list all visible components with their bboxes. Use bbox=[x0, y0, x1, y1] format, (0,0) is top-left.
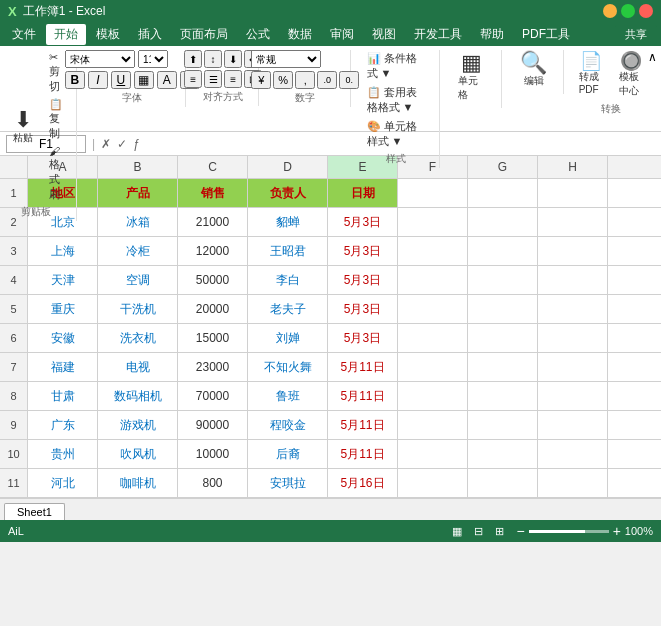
cell-e3[interactable]: 5月3日 bbox=[328, 237, 398, 265]
cell-c7[interactable]: 23000 bbox=[178, 353, 248, 381]
cell-b1[interactable]: 产品 bbox=[98, 179, 178, 207]
cell-d8[interactable]: 鲁班 bbox=[248, 382, 328, 410]
cell-d3[interactable]: 王昭君 bbox=[248, 237, 328, 265]
cell-b10[interactable]: 吹风机 bbox=[98, 440, 178, 468]
cell-e5[interactable]: 5月3日 bbox=[328, 295, 398, 323]
align-left-button[interactable]: ≡ bbox=[184, 70, 202, 88]
cell-c11[interactable]: 800 bbox=[178, 469, 248, 497]
cell-h8[interactable] bbox=[538, 382, 608, 410]
cell-a7[interactable]: 福建 bbox=[28, 353, 98, 381]
number-format-select[interactable]: 常规 bbox=[251, 50, 321, 68]
cell-d11[interactable]: 安琪拉 bbox=[248, 469, 328, 497]
cell-h11[interactable] bbox=[538, 469, 608, 497]
menu-insert[interactable]: 插入 bbox=[130, 24, 170, 45]
cell-e11[interactable]: 5月16日 bbox=[328, 469, 398, 497]
border-button[interactable]: ▦ bbox=[134, 71, 154, 89]
cancel-formula-icon[interactable]: ✗ bbox=[101, 137, 111, 151]
cell-e2[interactable]: 5月3日 bbox=[328, 208, 398, 236]
cell-a8[interactable]: 甘肃 bbox=[28, 382, 98, 410]
font-size-select[interactable]: 11 bbox=[138, 50, 168, 68]
cell-d10[interactable]: 后裔 bbox=[248, 440, 328, 468]
cell-h3[interactable] bbox=[538, 237, 608, 265]
sheet-tab-1[interactable]: Sheet1 bbox=[4, 503, 65, 520]
col-header-c[interactable]: C bbox=[178, 156, 248, 178]
cell-e1[interactable]: 日期 bbox=[328, 179, 398, 207]
view-page-icon[interactable]: ⊞ bbox=[495, 525, 504, 538]
currency-button[interactable]: ¥ bbox=[251, 71, 271, 89]
cell-g3[interactable] bbox=[468, 237, 538, 265]
copy-button[interactable]: 📋 复制 bbox=[45, 97, 67, 142]
cell-f2[interactable] bbox=[398, 208, 468, 236]
row-header-5[interactable]: 5 bbox=[0, 295, 28, 323]
close-button[interactable] bbox=[639, 4, 653, 18]
col-header-h[interactable]: H bbox=[538, 156, 608, 178]
dec-decrease-button[interactable]: 0. bbox=[339, 71, 359, 89]
cell-g10[interactable] bbox=[468, 440, 538, 468]
ribbon-collapse-button[interactable]: ∧ bbox=[648, 50, 657, 64]
cell-g9[interactable] bbox=[468, 411, 538, 439]
edit-button[interactable]: 🔍 编辑 bbox=[514, 50, 553, 90]
row-header-8[interactable]: 8 bbox=[0, 382, 28, 410]
cell-c6[interactable]: 15000 bbox=[178, 324, 248, 352]
fill-color-button[interactable]: A bbox=[157, 71, 177, 89]
cell-g11[interactable] bbox=[468, 469, 538, 497]
cell-e7[interactable]: 5月11日 bbox=[328, 353, 398, 381]
menu-help[interactable]: 帮助 bbox=[472, 24, 512, 45]
cell-e6[interactable]: 5月3日 bbox=[328, 324, 398, 352]
cell-h10[interactable] bbox=[538, 440, 608, 468]
col-header-b[interactable]: B bbox=[98, 156, 178, 178]
cell-h6[interactable] bbox=[538, 324, 608, 352]
row-header-11[interactable]: 11 bbox=[0, 469, 28, 497]
table-format-button[interactable]: 📋 套用表格格式 ▼ bbox=[363, 84, 430, 116]
cell-d2[interactable]: 貂蝉 bbox=[248, 208, 328, 236]
align-top-button[interactable]: ⬆ bbox=[184, 50, 202, 68]
font-family-select[interactable]: 宋体 bbox=[65, 50, 135, 68]
row-header-3[interactable]: 3 bbox=[0, 237, 28, 265]
row-header-7[interactable]: 7 bbox=[0, 353, 28, 381]
cell-b3[interactable]: 冷柜 bbox=[98, 237, 178, 265]
view-layout-icon[interactable]: ⊟ bbox=[474, 525, 483, 538]
paste-button[interactable]: ⬇ 粘贴 bbox=[5, 107, 41, 147]
row-header-9[interactable]: 9 bbox=[0, 411, 28, 439]
cell-a10[interactable]: 贵州 bbox=[28, 440, 98, 468]
cell-f8[interactable] bbox=[398, 382, 468, 410]
cell-a9[interactable]: 广东 bbox=[28, 411, 98, 439]
align-middle-button[interactable]: ↕ bbox=[204, 50, 222, 68]
menu-data[interactable]: 数据 bbox=[280, 24, 320, 45]
template-center-button[interactable]: 🔘 模板中心 bbox=[613, 50, 649, 100]
cell-f1[interactable] bbox=[398, 179, 468, 207]
cell-e10[interactable]: 5月11日 bbox=[328, 440, 398, 468]
cell-e8[interactable]: 5月11日 bbox=[328, 382, 398, 410]
format-painter-button[interactable]: 🖌 格式刷 bbox=[45, 144, 67, 203]
cell-d4[interactable]: 李白 bbox=[248, 266, 328, 294]
cell-b6[interactable]: 洗衣机 bbox=[98, 324, 178, 352]
row-header-6[interactable]: 6 bbox=[0, 324, 28, 352]
cell-h4[interactable] bbox=[538, 266, 608, 294]
align-center-button[interactable]: ☰ bbox=[204, 70, 222, 88]
cell-f6[interactable] bbox=[398, 324, 468, 352]
cell-styles-button[interactable]: 🎨 单元格样式 ▼ bbox=[363, 118, 430, 150]
align-bottom-button[interactable]: ⬇ bbox=[224, 50, 242, 68]
convert-pdf-button[interactable]: 📄 转成PDF bbox=[573, 50, 609, 100]
cell-f4[interactable] bbox=[398, 266, 468, 294]
insert-function-icon[interactable]: ƒ bbox=[133, 137, 140, 151]
menu-home[interactable]: 开始 bbox=[46, 24, 86, 45]
cell-d5[interactable]: 老夫子 bbox=[248, 295, 328, 323]
cell-h5[interactable] bbox=[538, 295, 608, 323]
comma-button[interactable]: , bbox=[295, 71, 315, 89]
cell-g1[interactable] bbox=[468, 179, 538, 207]
confirm-formula-icon[interactable]: ✓ bbox=[117, 137, 127, 151]
cell-d7[interactable]: 不知火舞 bbox=[248, 353, 328, 381]
menu-pdf[interactable]: PDF工具 bbox=[514, 24, 578, 45]
cell-e9[interactable]: 5月11日 bbox=[328, 411, 398, 439]
view-normal-icon[interactable]: ▦ bbox=[452, 525, 462, 538]
cell-g2[interactable] bbox=[468, 208, 538, 236]
cell-a5[interactable]: 重庆 bbox=[28, 295, 98, 323]
cell-b11[interactable]: 咖啡机 bbox=[98, 469, 178, 497]
percent-button[interactable]: % bbox=[273, 71, 293, 89]
cell-f9[interactable] bbox=[398, 411, 468, 439]
menu-template[interactable]: 模板 bbox=[88, 24, 128, 45]
cell-b9[interactable]: 游戏机 bbox=[98, 411, 178, 439]
col-header-d[interactable]: D bbox=[248, 156, 328, 178]
row-header-4[interactable]: 4 bbox=[0, 266, 28, 294]
